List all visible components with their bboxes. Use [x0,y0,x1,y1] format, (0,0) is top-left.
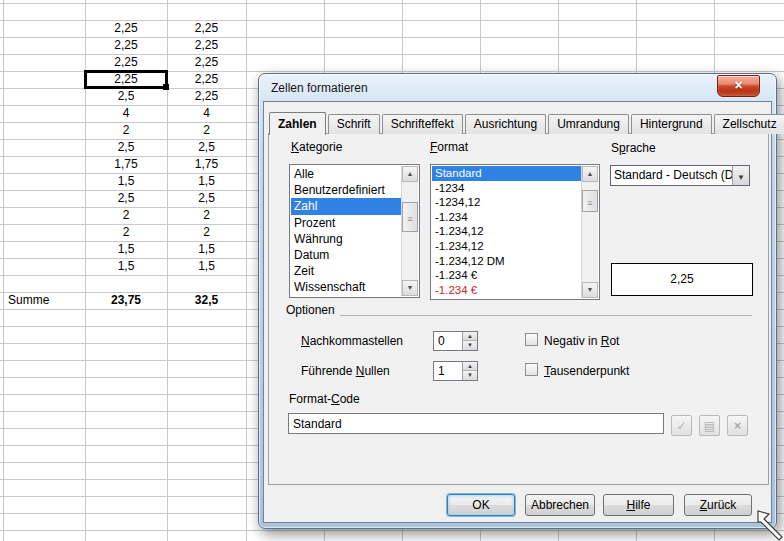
format-item[interactable]: -1.234,12 [432,239,582,254]
dropdown-button[interactable]: ▼ [732,166,749,185]
help-button[interactable]: Hilfe [603,494,674,516]
spinner-down-icon[interactable]: ▼ [463,371,477,380]
table-cell[interactable]: 2,25 [167,88,246,105]
table-cell[interactable]: 2 [167,207,246,224]
close-button[interactable]: × [717,75,760,97]
format-item[interactable]: -1234,12 [432,195,582,210]
format-item[interactable]: -1.234 € [432,268,582,283]
format-items: Standard-1234-1234,12-1.234-1.234,12-1.2… [432,166,582,298]
table-cell[interactable]: 4 [167,105,246,122]
scrollbar-thumb[interactable]: ≡ [402,202,418,232]
tab-ausrichtung[interactable]: Ausrichtung [465,114,546,134]
table-cell[interactable]: 1,75 [85,156,167,173]
category-item[interactable]: Währung [291,231,402,247]
table-cell[interactable]: 4 [85,105,167,122]
tab-schrift[interactable]: Schrift [328,114,380,134]
table-cell[interactable]: 1,5 [85,241,167,258]
scrollbar-up-icon[interactable]: ▲ [402,166,418,182]
table-cell[interactable]: 2,25 [85,37,167,54]
spinner-up-icon[interactable]: ▲ [463,362,477,371]
tab-hintergrund[interactable]: Hintergrund [631,114,712,134]
tab-umrandung[interactable]: Umrandung [548,114,629,134]
table-cell[interactable]: 1,5 [167,241,246,258]
summe-value-b[interactable]: 23,75 [85,292,167,309]
confirm-format-button[interactable]: ✓ [671,415,692,436]
category-items: AlleBenutzerdefiniertZahlProzentWährungD… [291,166,402,296]
table-cell[interactable]: 1,75 [167,156,246,173]
category-label: Kategorie [291,140,342,154]
cursor-icon [756,509,784,541]
language-value: Standard - Deutsch (De [614,166,732,185]
category-item[interactable]: Wissenschaft [291,279,402,295]
language-combobox[interactable]: Standard - Deutsch (De ▼ [610,165,750,186]
format-item[interactable]: -1.234,12 [432,224,582,239]
delete-format-button[interactable]: × [727,415,748,436]
table-cell[interactable]: 2,25 [167,71,246,88]
close-icon: × [734,76,742,95]
table-cell[interactable]: 2,25 [85,20,167,37]
format-item[interactable]: -1.234,12 DM [432,254,582,269]
edit-comment-button[interactable]: ▤ [699,415,720,436]
chevron-down-icon: ▼ [737,173,745,182]
tab-zellschutz[interactable]: Zellschutz [714,114,784,134]
table-cell[interactable]: 2,5 [85,190,167,207]
thousands-checkbox[interactable] [525,363,538,376]
tab-zahlen[interactable]: Zahlen [269,112,326,135]
table-cell[interactable]: 1,5 [167,258,246,275]
summe-label-cell[interactable]: Summe [8,292,82,309]
table-cell[interactable]: 2,25 [85,54,167,71]
cancel-button[interactable]: Abbrechen [525,494,595,516]
tab-schrifteffekt[interactable]: Schrifteffekt [382,114,463,134]
format-listbox[interactable]: Standard-1234-1234,12-1.234-1.234,12-1.2… [430,164,600,300]
format-item[interactable]: -1.234 € [432,283,582,298]
table-cell[interactable]: 2 [85,207,167,224]
options-group-line [340,315,752,316]
category-item[interactable]: Zeit [291,263,402,279]
table-cell[interactable]: 2,5 [85,88,167,105]
category-item[interactable]: Alle [291,166,402,182]
cell-selection-border[interactable] [84,70,168,89]
category-item[interactable]: Datum [291,247,402,263]
scrollbar-down-icon[interactable]: ▼ [402,280,418,296]
format-item[interactable]: -1234 [432,181,582,196]
table-cell[interactable]: 1,5 [85,173,167,190]
table-cell[interactable]: 2,5 [85,139,167,156]
dialog-title: Zellen formatieren [271,81,368,95]
category-listbox[interactable]: AlleBenutzerdefiniertZahlProzentWährungD… [289,164,420,298]
category-scrollbar[interactable]: ▲ ≡ ▼ [401,166,418,296]
decimals-label: Nachkommastellen [301,334,403,348]
scrollbar-up-icon[interactable]: ▲ [582,166,598,182]
table-cell[interactable]: 2 [85,224,167,241]
format-item[interactable]: -1.234 [432,210,582,225]
table-cell[interactable]: 2,25 [167,37,246,54]
table-cell[interactable]: 2,5 [167,190,246,207]
category-item[interactable]: Benutzerdefiniert [291,182,402,198]
leading-zeros-stepper[interactable]: 1 ▲ ▼ [433,361,478,381]
spinner-down-icon[interactable]: ▼ [463,341,477,350]
table-cell[interactable]: 2 [167,224,246,241]
delete-icon: × [734,419,741,433]
scrollbar-thumb[interactable]: ≡ [582,190,598,212]
table-cell[interactable]: 2,25 [167,20,246,37]
ok-button[interactable]: OK [447,494,515,516]
table-cell[interactable]: 2,5 [167,139,246,156]
format-scrollbar[interactable]: ▲ ≡ ▼ [581,166,598,298]
table-cell[interactable]: 1,5 [167,173,246,190]
back-button[interactable]: Zurück [684,494,752,516]
category-item[interactable]: Prozent [291,215,402,231]
format-label: Format [430,140,468,154]
tab-bar: ZahlenSchriftSchrifteffektAusrichtungUmr… [269,111,784,134]
summe-value-c[interactable]: 32,5 [167,292,246,309]
table-cell[interactable]: 2 [167,122,246,139]
thousands-label: Tausenderpunkt [544,364,629,378]
category-item[interactable]: Zahl [291,198,402,214]
scrollbar-down-icon[interactable]: ▼ [582,282,598,298]
format-item[interactable]: Standard [432,166,582,181]
negative-red-checkbox[interactable] [525,333,538,346]
table-cell[interactable]: 2,25 [167,54,246,71]
table-cell[interactable]: 2 [85,122,167,139]
table-cell[interactable]: 1,5 [85,258,167,275]
format-code-input[interactable] [288,413,664,434]
decimals-stepper[interactable]: 0 ▲ ▼ [433,331,478,351]
spinner-up-icon[interactable]: ▲ [463,332,477,341]
